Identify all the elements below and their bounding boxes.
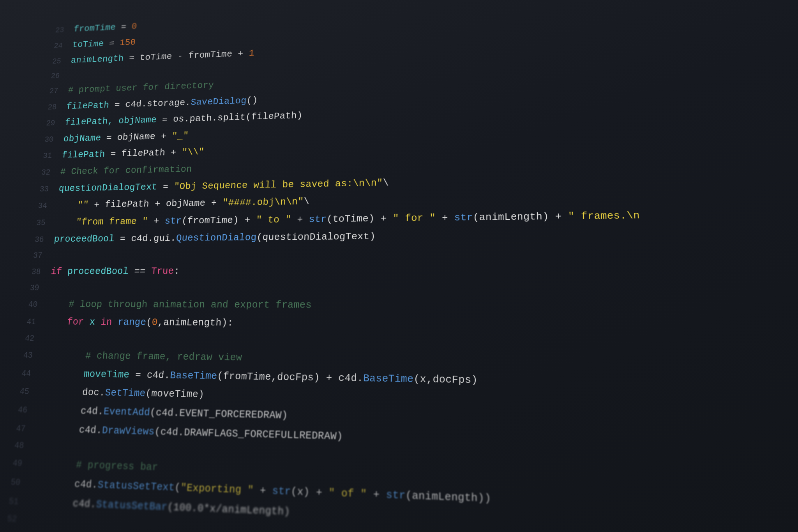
token: StatusSetText xyxy=(97,479,175,493)
token: proceedBool xyxy=(53,233,120,245)
line-number: 43 xyxy=(18,349,44,362)
token: "_" xyxy=(171,130,189,141)
token: for xyxy=(67,316,90,328)
code-editor: 23fromTime = 024toTime = 15025animLength… xyxy=(0,0,798,532)
token: in xyxy=(100,316,118,328)
token: "from frame " xyxy=(76,216,154,227)
token: = os.path.split(filePath) xyxy=(162,110,303,125)
token: SaveDialog xyxy=(191,95,247,107)
line-number: 23 xyxy=(51,24,74,37)
token: (c4d.DRAWFLAGS_FORCEFULLREDRAW) xyxy=(154,426,343,442)
line-number: 48 xyxy=(9,439,35,453)
token: = xyxy=(162,181,175,192)
token: fromTime xyxy=(73,22,121,34)
token: c4d. xyxy=(74,478,98,491)
token: + filePath + objName + xyxy=(94,198,223,210)
token: (fromTime,docFps) + c4d. xyxy=(217,370,364,384)
code-content: for x in range(0,animLength): xyxy=(46,315,234,331)
token: 0 xyxy=(131,21,138,32)
line-number: 50 xyxy=(5,475,32,490)
line-number: 40 xyxy=(23,298,48,311)
token: \ xyxy=(383,177,389,188)
line-number: 51 xyxy=(4,494,30,509)
line-number: 29 xyxy=(41,117,66,130)
token: objName xyxy=(63,133,107,144)
token: # change frame, redraw view xyxy=(85,350,242,364)
code-content: objName = objName + "_" xyxy=(63,129,189,147)
token: = c4d.storage. xyxy=(114,97,191,110)
token: # Check for confirmation xyxy=(60,164,192,177)
token: c4d. xyxy=(79,424,103,436)
token: : xyxy=(173,265,180,277)
token: "\\" xyxy=(182,147,205,158)
token: + xyxy=(153,216,165,226)
line-number: 39 xyxy=(25,282,50,295)
line-number: 28 xyxy=(43,101,67,113)
token: " frames.\n xyxy=(568,210,640,222)
line-number: 38 xyxy=(26,266,52,279)
token: + xyxy=(442,212,454,224)
code-content: # change frame, redraw view xyxy=(42,348,242,366)
line-number: 46 xyxy=(12,403,39,417)
token: moveTime xyxy=(83,368,136,381)
line-number: 52 xyxy=(2,512,28,527)
token: + xyxy=(260,484,272,497)
token: filePath xyxy=(62,149,111,161)
token: = objName + xyxy=(106,131,172,143)
token: = toTime - fromTime + xyxy=(129,48,249,63)
token: = filePath + xyxy=(110,147,182,159)
code-content: "" + filePath + objName + "####.obj\n\n"… xyxy=(56,194,310,213)
token: (x,docFps) xyxy=(413,373,478,386)
token: # loop through animation and export fram… xyxy=(68,299,312,311)
token: SetTime xyxy=(104,387,146,399)
token: "" xyxy=(77,200,94,210)
token: # prompt user for directory xyxy=(68,80,214,95)
line-number: 34 xyxy=(33,200,58,212)
token: ,animLength): xyxy=(157,317,234,329)
code-content: # progress bar xyxy=(32,456,159,476)
token: (questionDialogText) xyxy=(256,231,376,243)
code-content xyxy=(27,522,71,524)
token: questionDialogText xyxy=(58,181,163,194)
token: DrawViews xyxy=(102,424,155,438)
token: "Exporting " xyxy=(180,482,260,497)
token: + xyxy=(297,214,309,225)
token: = c4d. xyxy=(135,369,170,381)
token: (animLength)) xyxy=(405,489,491,505)
code-content xyxy=(34,449,78,450)
line-number: 27 xyxy=(44,85,69,97)
line-number: 37 xyxy=(28,249,53,262)
token: "Obj Sequence will be saved as:\n\n" xyxy=(174,177,383,192)
token: str xyxy=(272,485,291,498)
line-number: 31 xyxy=(38,150,62,163)
code-content: if proceedBool == True: xyxy=(50,264,180,279)
token: StatusSetBar xyxy=(95,498,168,513)
token: (x) + xyxy=(291,485,329,499)
token: str xyxy=(386,488,406,502)
token: c4d. xyxy=(80,405,104,417)
line-number: 47 xyxy=(11,422,37,436)
token: (100.0*x/animLength) xyxy=(167,501,290,518)
line-number: 33 xyxy=(35,183,60,196)
token: "####.obj\n\n" xyxy=(222,196,304,208)
code-lines: 23fromTime = 024toTime = 15025animLength… xyxy=(0,0,798,532)
token: str xyxy=(164,216,182,227)
line-number: 42 xyxy=(20,332,46,345)
code-content: # loop through animation and export fram… xyxy=(47,297,312,313)
token: " to " xyxy=(256,214,297,226)
token: doc. xyxy=(82,387,106,399)
token: (toTime) + xyxy=(327,213,393,225)
token: = xyxy=(109,38,120,48)
token: 1 xyxy=(249,48,255,58)
token: " of " xyxy=(328,486,373,501)
token: EventAdd xyxy=(103,406,150,419)
token: proceedBool xyxy=(67,266,135,277)
token: + xyxy=(373,488,386,501)
code-content: filePath = filePath + "\\" xyxy=(61,145,205,163)
line-number: 41 xyxy=(21,316,47,329)
line-number: 35 xyxy=(31,217,56,230)
token: str xyxy=(309,214,327,225)
token: if xyxy=(51,266,68,277)
token: (moveTime) xyxy=(145,388,205,401)
line-number: 53 xyxy=(0,530,26,532)
